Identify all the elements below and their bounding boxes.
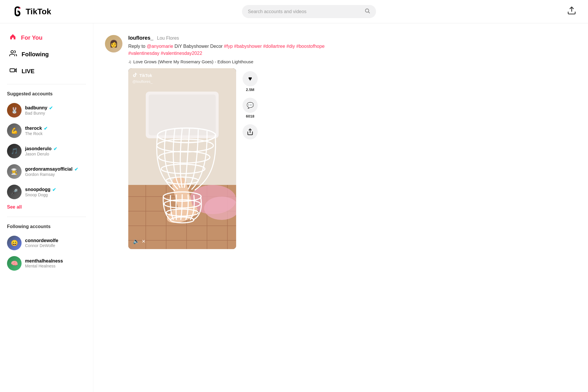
upload-button[interactable] <box>567 6 576 17</box>
poster-username[interactable]: louflores_ <box>128 35 153 41</box>
following-accounts-title: Following accounts <box>0 222 93 233</box>
post-content: louflores_ Lou Flores Reply to @anyomari… <box>128 35 338 249</box>
sidebar-item-following[interactable]: Following <box>2 46 91 62</box>
account-info: badbunny ✔ Bad Bunny <box>25 105 86 116</box>
account-info: connordewolfe Connor DeWolfe <box>25 238 86 248</box>
logo-text: TikTok <box>26 7 51 16</box>
username: connordewolfe <box>25 238 86 243</box>
home-icon <box>9 33 16 42</box>
comment-icon-circle: 💬 <box>243 98 258 113</box>
comment-icon: 💬 <box>247 102 254 109</box>
for-you-label: For You <box>21 34 43 41</box>
displayname: Connor DeWolfe <box>25 243 86 248</box>
username: gordonramsayofficial ✔ <box>25 167 86 172</box>
search-bar[interactable] <box>242 5 376 18</box>
like-button[interactable]: ♥ 2.5M <box>243 71 258 92</box>
post-music[interactable]: ♫ Love Grows (Where My Rosemary Goes) - … <box>128 59 338 64</box>
see-all-button[interactable]: See all <box>0 202 29 212</box>
poster-displayname: Lou Flores <box>157 36 179 41</box>
following-account-mentalhealness[interactable]: 🧠 menthalhealness Mental Healness <box>0 253 93 274</box>
logo[interactable]: TikTok <box>12 6 51 18</box>
account-info: menthalhealness Mental Healness <box>25 258 86 268</box>
nav: For You Following <box>0 30 93 79</box>
following-icon <box>9 50 17 59</box>
video-username-overlay: @louflores_ <box>132 79 153 84</box>
verified-icon: ✔ <box>74 167 78 172</box>
share-icon-circle <box>243 124 258 139</box>
avatar: 🐰 <box>7 103 22 118</box>
hashtag[interactable]: #fyp <box>224 44 233 49</box>
account-info: therock ✔ The Rock <box>25 126 86 136</box>
sidebar-divider-1 <box>7 84 86 84</box>
avatar: 🎤 <box>7 185 22 199</box>
main-layout: For You Following <box>0 23 588 392</box>
search-button[interactable] <box>364 8 370 15</box>
live-icon <box>9 66 17 76</box>
username: menthalhealness <box>25 258 86 264</box>
account-info: jasonderulo ✔ Jason Derulo <box>25 146 86 156</box>
header: TikTok <box>0 0 588 23</box>
avatar: 🧠 <box>7 256 22 271</box>
suggested-account-snoopdogg[interactable]: 🎤 snoopdogg ✔ Snoop Dogg <box>0 182 93 202</box>
poster-avatar[interactable]: 👩 <box>105 35 122 52</box>
comment-count: 6018 <box>246 114 254 118</box>
tiktok-logo-icon <box>12 6 23 18</box>
feed-area: 👩 louflores_ Lou Flores Reply to @anyoma… <box>105 29 338 386</box>
svg-point-0 <box>366 9 369 12</box>
suggested-account-jasonderulo[interactable]: 🎵 jasonderulo ✔ Jason Derulo <box>0 141 93 161</box>
verified-icon: ✔ <box>52 187 56 192</box>
avatar: 👨‍🍳 <box>7 164 22 179</box>
video-player[interactable]: TikTok @louflores_ 🔈 ✕ <box>128 68 236 249</box>
displayname: Mental Healness <box>25 264 86 268</box>
mute-x: ✕ <box>142 239 145 244</box>
avatar: 💪 <box>7 123 22 138</box>
mention[interactable]: @anyomarie <box>147 44 173 49</box>
sidebar-item-for-you[interactable]: For You <box>2 30 91 46</box>
main-content: 👩 louflores_ Lou Flores Reply to @anyoma… <box>93 23 588 392</box>
share-icon <box>247 128 254 135</box>
username: badbunny ✔ <box>25 105 86 111</box>
suggested-account-therock[interactable]: 💪 therock ✔ The Rock <box>0 120 93 141</box>
live-label: LIVE <box>22 68 34 75</box>
video-actions: ♥ 2.5M 💬 6018 <box>240 68 258 139</box>
displayname: Bad Bunny <box>25 111 86 116</box>
account-info: gordonramsayofficial ✔ Gordon Ramsay <box>25 167 86 177</box>
following-account-connordewolfe[interactable]: 😄 connordewolfe Connor DeWolfe <box>0 233 93 253</box>
music-title: Love Grows (Where My Rosemary Goes) - Ed… <box>133 59 253 64</box>
svg-point-3 <box>11 50 13 53</box>
username: snoopdogg ✔ <box>25 187 86 192</box>
video-controls: 🔈 ✕ <box>133 238 145 244</box>
suggested-account-gordonramsay[interactable]: 👨‍🍳 gordonramsayofficial ✔ Gordon Ramsay <box>0 161 93 182</box>
suggested-account-badbunny[interactable]: 🐰 badbunny ✔ Bad Bunny <box>0 100 93 120</box>
overlay-logo-text: TikTok <box>139 73 152 78</box>
search-icon <box>364 8 370 14</box>
following-label: Following <box>22 51 49 58</box>
comment-button[interactable]: 💬 6018 <box>243 98 258 118</box>
displayname: Snoop Dogg <box>25 192 86 197</box>
video-post: 👩 louflores_ Lou Flores Reply to @anyoma… <box>105 29 338 255</box>
like-count: 2.5M <box>246 88 254 92</box>
account-info: snoopdogg ✔ Snoop Dogg <box>25 187 86 197</box>
post-description: Reply to @anyomarie DiY Babyshower Decor… <box>128 43 338 57</box>
sidebar: For You Following <box>0 23 93 392</box>
mute-icon[interactable]: 🔈 <box>133 238 139 244</box>
verified-icon: ✔ <box>53 146 57 152</box>
search-input[interactable] <box>248 9 361 14</box>
displayname: Jason Derulo <box>25 152 86 156</box>
music-note-icon: ♫ <box>128 59 131 64</box>
verified-icon: ✔ <box>44 126 48 131</box>
share-button[interactable] <box>243 124 258 139</box>
username: therock ✔ <box>25 126 86 131</box>
tiktok-mini-icon <box>132 72 138 79</box>
video-thumbnail-svg <box>128 68 236 249</box>
sidebar-divider-2 <box>7 217 86 217</box>
avatar: 🎵 <box>7 144 22 158</box>
suggested-accounts-title: Suggested accounts <box>0 89 93 100</box>
avatar: 😄 <box>7 236 22 250</box>
heart-icon: ♥ <box>248 75 252 83</box>
sidebar-item-live[interactable]: LIVE <box>2 63 91 79</box>
username: jasonderulo ✔ <box>25 146 86 152</box>
svg-line-1 <box>368 12 370 13</box>
svg-rect-4 <box>10 69 15 72</box>
video-overlay-logo: TikTok <box>132 72 152 79</box>
